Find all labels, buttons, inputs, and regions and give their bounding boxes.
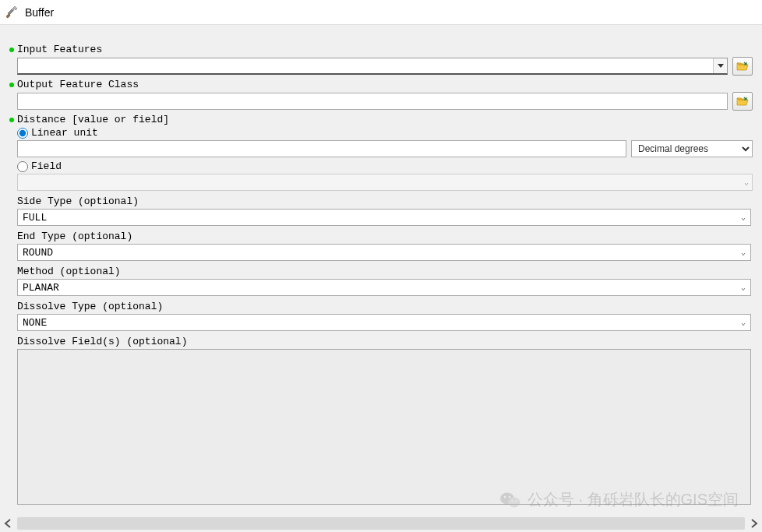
scroll-left-icon[interactable] [0, 516, 16, 531]
chevron-down-icon: ⌄ [741, 248, 746, 257]
watermark-text: 公众号 · 角砾岩队长的GIS空间 [527, 489, 739, 510]
output-feature-class-input[interactable] [17, 93, 728, 110]
dissolve-fields-label: Dissolve Field(s) (optional) [17, 336, 753, 347]
method-label: Method (optional) [17, 266, 753, 277]
svg-point-6 [515, 500, 517, 502]
horizontal-scrollbar[interactable] [0, 515, 762, 532]
required-indicator-icon [9, 118, 14, 122]
hammer-icon [6, 6, 19, 19]
distance-label-row: Distance [value or field] [9, 114, 753, 125]
required-indicator-icon [9, 48, 14, 52]
svg-point-5 [511, 500, 513, 502]
input-features-label-row: Input Features [9, 44, 753, 55]
scroll-track[interactable] [17, 517, 745, 530]
required-indicator-icon [9, 83, 14, 87]
end-type-select[interactable]: ROUND ⌄ [17, 244, 751, 261]
input-features-label: Input Features [17, 44, 102, 55]
chevron-down-icon: ⌄ [744, 178, 749, 187]
wechat-icon [499, 491, 521, 509]
dissolve-fields-listbox[interactable] [17, 349, 751, 505]
folder-open-icon [736, 61, 749, 72]
field-radio[interactable] [17, 161, 28, 172]
svg-point-3 [504, 495, 506, 497]
svg-point-2 [508, 497, 520, 507]
linear-unit-radio-label: Linear unit [31, 127, 98, 139]
linear-unit-radio[interactable] [17, 128, 28, 139]
input-features-combo[interactable] [17, 58, 728, 75]
watermark: 公众号 · 角砾岩队长的GIS空间 [499, 489, 739, 510]
dissolve-type-select[interactable]: NONE ⌄ [17, 314, 751, 331]
output-feature-class-label: Output Feature Class [17, 79, 139, 90]
title-bar: Buffer [0, 0, 762, 25]
chevron-down-icon: ⌄ [741, 213, 746, 222]
svg-point-4 [509, 495, 510, 497]
field-select-disabled: ⌄ [17, 174, 753, 191]
method-select[interactable]: PLANAR ⌄ [17, 279, 751, 296]
output-feature-class-browse-button[interactable] [732, 92, 753, 111]
side-type-select[interactable]: FULL ⌄ [17, 209, 751, 226]
window-title: Buffer [25, 6, 54, 19]
scroll-right-icon[interactable] [746, 516, 762, 531]
output-feature-class-label-row: Output Feature Class [9, 79, 753, 90]
side-type-label: Side Type (optional) [17, 196, 753, 207]
input-features-browse-button[interactable] [732, 57, 753, 76]
folder-open-icon [736, 96, 749, 107]
input-features-dropdown-icon[interactable] [713, 58, 727, 73]
distance-value-input[interactable] [17, 140, 626, 157]
chevron-down-icon: ⌄ [741, 283, 746, 292]
end-type-label: End Type (optional) [17, 231, 753, 242]
dissolve-type-label: Dissolve Type (optional) [17, 301, 753, 312]
distance-label: Distance [value or field] [17, 114, 169, 125]
field-radio-label: Field [31, 160, 62, 172]
distance-unit-select[interactable]: Decimal degrees [631, 140, 753, 157]
chevron-down-icon: ⌄ [741, 318, 746, 327]
content-area: Input Features Output Feature Class [0, 25, 762, 515]
